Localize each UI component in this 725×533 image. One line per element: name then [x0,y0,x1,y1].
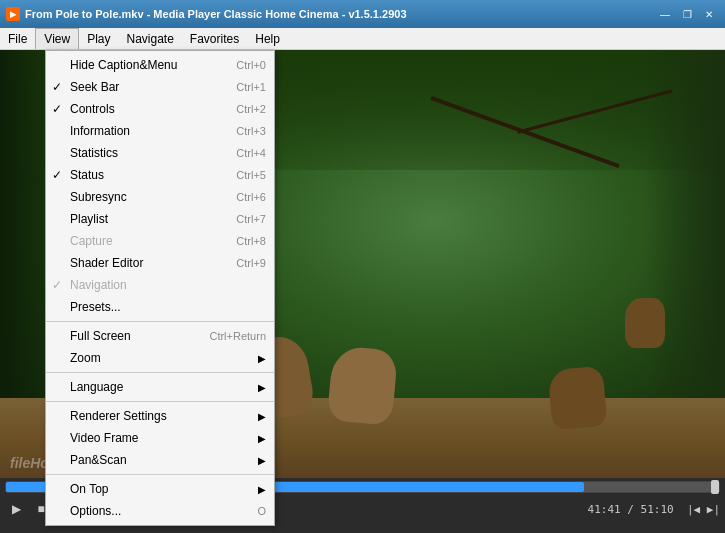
on-top-arrow: ▶ [258,484,266,495]
menu-view[interactable]: View [35,28,79,49]
separator-1 [46,321,274,322]
video-frame-arrow: ▶ [258,433,266,444]
check-status: ✓ [52,168,62,182]
menu-video-frame[interactable]: Video Frame ▶ [46,427,274,449]
pan-scan-arrow: ▶ [258,455,266,466]
title-controls: — ❐ ✕ [655,5,719,23]
menu-zoom[interactable]: Zoom ▶ [46,347,274,369]
menu-navigate[interactable]: Navigate [118,28,181,49]
maximize-button[interactable]: ❐ [677,5,697,23]
menu-play[interactable]: Play [79,28,118,49]
menu-bar: File View Play Navigate Favorites Help [0,28,725,50]
menu-hide-caption[interactable]: Hide Caption&Menu Ctrl+0 [46,54,274,76]
menu-capture: Capture Ctrl+8 [46,230,274,252]
menu-presets[interactable]: Presets... [46,296,274,318]
zoom-arrow: ▶ [258,353,266,364]
time-display: 41:41 / 51:10 |◀ ▶| [588,503,720,516]
check-controls: ✓ [52,102,62,116]
minimize-button[interactable]: — [655,5,675,23]
renderer-settings-arrow: ▶ [258,411,266,422]
seek-thumb [711,480,719,494]
menu-renderer-settings[interactable]: Renderer Settings ▶ [46,405,274,427]
menu-controls[interactable]: ✓ Controls Ctrl+2 [46,98,274,120]
menu-playlist[interactable]: Playlist Ctrl+7 [46,208,274,230]
menu-pan-scan[interactable]: Pan&Scan ▶ [46,449,274,471]
menu-options[interactable]: Options... O [46,500,274,522]
window-title: From Pole to Pole.mkv - Media Player Cla… [25,8,407,20]
menu-subresync[interactable]: Subresync Ctrl+6 [46,186,274,208]
menu-shader-editor[interactable]: Shader Editor Ctrl+9 [46,252,274,274]
time-elapsed: 41:41 [588,503,621,516]
check-seek-bar: ✓ [52,80,62,94]
separator-4 [46,474,274,475]
menu-full-screen[interactable]: Full Screen Ctrl+Return [46,325,274,347]
dropdown-panel: Hide Caption&Menu Ctrl+0 ✓ Seek Bar Ctrl… [45,50,275,526]
separator-3 [46,401,274,402]
time-duration: 51:10 [641,503,674,516]
menu-statistics[interactable]: Statistics Ctrl+4 [46,142,274,164]
menu-language[interactable]: Language ▶ [46,376,274,398]
separator-2 [46,372,274,373]
title-bar: ▶ From Pole to Pole.mkv - Media Player C… [0,0,725,28]
view-menu-dropdown: Hide Caption&Menu Ctrl+0 ✓ Seek Bar Ctrl… [45,50,275,526]
title-bar-left: ▶ From Pole to Pole.mkv - Media Player C… [6,7,407,21]
menu-navigation: ✓ Navigation [46,274,274,296]
menu-information[interactable]: Information Ctrl+3 [46,120,274,142]
close-button[interactable]: ✕ [699,5,719,23]
play-button[interactable]: ▶ [5,498,27,520]
app-icon: ▶ [6,7,20,21]
menu-on-top[interactable]: On Top ▶ [46,478,274,500]
language-arrow: ▶ [258,382,266,393]
menu-favorites[interactable]: Favorites [182,28,247,49]
menu-seek-bar[interactable]: ✓ Seek Bar Ctrl+1 [46,76,274,98]
check-navigation: ✓ [52,278,62,292]
menu-status[interactable]: ✓ Status Ctrl+5 [46,164,274,186]
menu-file[interactable]: File [0,28,35,49]
menu-help[interactable]: Help [247,28,288,49]
